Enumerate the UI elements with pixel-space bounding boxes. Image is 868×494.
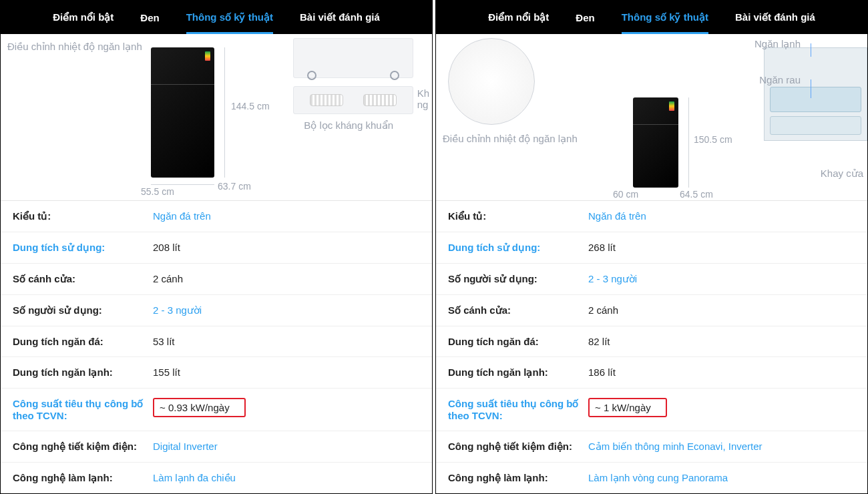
spec-label: Dung tích ngăn lạnh: [13,366,153,379]
spec-value: 268 lít [588,242,616,253]
hero-image-area: Điều chỉnh nhiệt độ ngăn lạnh 150.5 cm 6… [436,34,867,201]
spec-value: 53 lít [153,336,175,347]
spec-value: ~ 0.93 kW/ngày [153,398,246,417]
spec-row: Số người sử dụng:2 - 3 người [1,295,432,326]
spec-value: 186 lít [588,366,616,378]
spec-row: Số người sử dụng:2 - 3 người [436,264,867,295]
tabbar: Điểm nổi bật Đen Thông số kỹ thuật Bài v… [436,1,867,34]
hero-image-area: Điều chỉnh nhiệt độ ngăn lạnh 144.5 cm 5… [1,34,432,201]
spec-label: Công nghệ làm lạnh: [13,472,153,484]
dim-depth: 63.7 cm [218,181,251,192]
label-khay-cua: Khay cửa [821,168,863,180]
spec-row: Số cánh cửa:2 cánh [436,295,867,326]
dim-height: 144.5 cm [231,101,270,111]
spec-row: Công suất tiêu thụ công bố theo TCVN:~ 1… [436,389,867,431]
tab-specs[interactable]: Thông số kỹ thuật [186,1,273,34]
tab-color[interactable]: Đen [140,1,159,34]
product-panel-left: Điểm nổi bật Đen Thông số kỹ thuật Bài v… [0,0,433,494]
spec-label: Công nghệ tiết kiệm điện: [448,441,588,453]
spec-label: Số cánh cửa: [13,273,153,285]
spec-row: Công nghệ làm lạnh:Làm lạnh đa chiều [1,463,432,493]
tab-highlights[interactable]: Điểm nổi bật [488,1,549,34]
spec-value: 2 cánh [153,273,183,284]
spec-value[interactable]: Cảm biến thông minh Econavi, Inverter [588,441,763,453]
spec-row: Dung tích ngăn đá:53 lít [1,326,432,357]
tab-specs[interactable]: Thông số kỹ thuật [622,1,708,34]
spec-label: Kiểu tủ: [13,210,153,222]
product-panel-right: Điểm nổi bật Đen Thông số kỹ thuật Bài v… [435,0,868,494]
label-temp-adjust: Điều chỉnh nhiệt độ ngăn lạnh [7,41,142,53]
highlight-box: ~ 1 kW/ngày [588,398,667,417]
tab-reviews[interactable]: Bài viết đánh giá [300,1,380,34]
fridge-image [633,97,678,188]
highlight-box: ~ 0.93 kW/ngày [153,398,246,417]
caster-image [293,38,413,78]
spec-value: 208 lít [153,242,180,253]
spec-label: Dung tích ngăn đá: [448,336,588,347]
open-fridge-image [764,47,867,141]
spec-label[interactable]: Dung tích sử dụng: [13,242,153,254]
spec-label: Kiểu tủ: [448,210,588,222]
energy-label-icon [205,51,210,61]
label-ngan-rau: Ngăn rau [759,74,801,85]
tab-highlights[interactable]: Điểm nổi bật [53,1,114,34]
spec-row: Công nghệ tiết kiệm điện:Cảm biến thông … [436,431,867,463]
spec-value[interactable]: Digital Inverter [153,441,218,452]
dim-depth: 64.5 cm [680,189,713,200]
spec-row: Kiểu tủ:Ngăn đá trên [1,201,432,232]
dim-width: 60 cm [613,189,638,200]
tabbar: Điểm nổi bật Đen Thông số kỹ thuật Bài v… [1,1,432,34]
spec-label: Số cánh cửa: [448,304,588,316]
spec-value: 2 cánh [588,304,618,316]
energy-label-icon [669,101,674,111]
spec-row: Dung tích ngăn lạnh:186 lít [436,357,867,389]
spec-value: 82 lít [588,336,610,347]
spec-row: Dung tích sử dụng:208 lít [1,232,432,264]
spec-row: Dung tích ngăn đá:82 lít [436,326,867,357]
spec-table: Kiểu tủ:Ngăn đá trênDung tích sử dụng:20… [1,201,432,493]
dim-width: 55.5 cm [141,186,174,197]
spec-label[interactable]: Công suất tiêu thụ công bố theo TCVN: [13,398,153,421]
spec-value[interactable]: Làm lạnh đa chiều [153,472,236,484]
spec-label[interactable]: Công suất tiêu thụ công bố theo TCVN: [448,398,588,421]
spec-row: Số cánh cửa:2 cánh [1,264,432,295]
spec-row: Công nghệ làm lạnh:Làm lạnh vòng cung Pa… [436,463,867,493]
tab-reviews[interactable]: Bài viết đánh giá [735,1,815,34]
filter-image [293,86,413,114]
spec-label: Dung tích ngăn lạnh: [448,366,588,379]
spec-row: Dung tích sử dụng:268 lít [436,232,867,264]
spec-label: Số người sử dụng: [13,304,153,316]
label-temp-adjust: Điều chỉnh nhiệt độ ngăn lạnh [443,133,578,145]
spec-row: Kiểu tủ:Ngăn đá trên [436,201,867,232]
spec-value[interactable]: Ngăn đá trên [153,210,211,222]
tab-color[interactable]: Đen [576,1,594,34]
label-kh-ng: Kh ng [417,87,429,110]
spec-value[interactable]: Ngăn đá trên [588,210,646,222]
spec-row: Dung tích ngăn lạnh:155 lít [1,357,432,389]
fridge-image [151,47,214,178]
spec-row: Công suất tiêu thụ công bố theo TCVN:~ 0… [1,389,432,431]
label-filter: Bộ lọc kháng khuẩn [304,119,393,132]
spec-value[interactable]: 2 - 3 người [153,304,202,316]
dim-height: 150.5 cm [694,134,732,145]
spec-value: 155 lít [153,366,180,378]
spec-label: Dung tích ngăn đá: [13,336,153,347]
spec-label: Công nghệ tiết kiệm điện: [13,441,153,453]
spec-label: Công nghệ làm lạnh: [448,472,588,484]
label-ngan-lanh: Ngăn lạnh [754,38,801,50]
spec-label[interactable]: Dung tích sử dụng: [448,242,588,254]
spec-label: Số người sử dụng: [448,273,588,285]
spec-row: Công nghệ tiết kiệm điện:Digital Inverte… [1,431,432,463]
spec-value: ~ 1 kW/ngày [588,398,667,417]
spec-value[interactable]: 2 - 3 người [588,273,637,285]
spec-table: Kiểu tủ:Ngăn đá trênDung tích sử dụng:26… [436,201,867,493]
spec-value[interactable]: Làm lạnh vòng cung Panorama [588,472,728,484]
zoom-lens-image [448,38,535,125]
